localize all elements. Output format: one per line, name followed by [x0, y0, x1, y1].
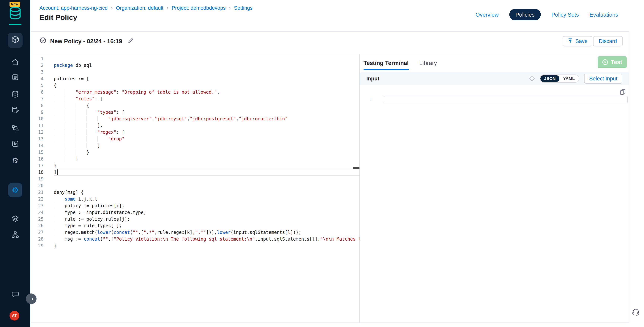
cube-icon [11, 35, 20, 45]
select-input-button[interactable]: Select Input [584, 74, 622, 84]
code-line[interactable]: 28 msg := concat("",["Policy violation:\… [31, 236, 359, 243]
breadcrumb-settings[interactable]: Settings [234, 5, 253, 11]
code-line[interactable]: 15 } [31, 149, 359, 156]
code-line[interactable]: 9 "types": [ [31, 109, 359, 116]
text-cursor [57, 169, 58, 175]
sidebar-item-settings-active[interactable]: ⚙ [8, 183, 22, 197]
sidebar-item-environments[interactable] [0, 212, 30, 226]
sidebar-item-organization[interactable] [0, 228, 30, 242]
tag-diamond-icon[interactable] [530, 76, 534, 81]
code-line[interactable]: 24 type := input.dbInstance.type; [31, 209, 359, 216]
sidebar-item-executions[interactable] [0, 71, 30, 85]
code-line-text: } [54, 149, 360, 156]
code-line-text: ] [54, 156, 360, 162]
chat-bubble-icon [12, 291, 19, 300]
line-number: 7 [31, 95, 54, 102]
chevron-separator-icon: › [229, 5, 231, 11]
code-line-text: regex.match(lower(concat("",[".*",rule.r… [54, 229, 360, 236]
code-line-text: msg := concat("",["Policy violation:\n T… [54, 236, 360, 243]
input-toolbar: Input JSON YAML Select Input [360, 72, 629, 85]
line-number: 8 [31, 102, 54, 109]
tab-testing-terminal[interactable]: Testing Terminal [364, 54, 409, 72]
code-line[interactable]: 14 ] [31, 142, 359, 149]
code-line[interactable]: 19 [31, 176, 359, 182]
line-number: 2 [31, 62, 54, 69]
line-number: 15 [31, 149, 54, 156]
code-line[interactable]: 18] [31, 169, 359, 176]
format-toggle: JSON YAML [540, 74, 579, 83]
breadcrumb-project[interactable]: Project: demodbdevops [172, 5, 226, 11]
code-line[interactable]: 1 [31, 55, 359, 62]
code-line-text: { [54, 102, 360, 109]
code-line[interactable]: 25 rule := policy.rules[j]; [31, 216, 359, 223]
test-input-field[interactable] [383, 96, 628, 103]
copy-icon[interactable] [620, 89, 626, 95]
code-line[interactable]: 4policies := [ [31, 75, 359, 82]
tab-policy-sets[interactable]: Policy Sets [552, 11, 579, 18]
code-line[interactable]: 27 regex.match(lower(concat("",[".*",rul… [31, 229, 359, 236]
format-json-button[interactable]: JSON [540, 75, 560, 82]
database-edit-icon [12, 106, 19, 115]
code-line[interactable]: 26 type = rule.types[_]; [31, 222, 359, 229]
format-yaml-button[interactable]: YAML [560, 75, 578, 82]
line-number: 9 [31, 109, 54, 116]
sidebar-item-pipelines[interactable] [0, 122, 30, 136]
code-line-text: ] [54, 142, 360, 149]
code-line[interactable]: 16 ] [31, 156, 359, 162]
line-number: 14 [31, 142, 54, 149]
code-line-text: policy := policies[i]; [54, 202, 360, 209]
sidebar-expand-handle[interactable]: ▸ [26, 294, 36, 304]
sidebar-item-runs[interactable] [0, 137, 30, 151]
code-line[interactable]: 13 "drop" [31, 136, 359, 142]
line-number: 27 [31, 229, 54, 236]
tab-library[interactable]: Library [419, 54, 437, 72]
code-line[interactable]: 3 [31, 69, 359, 75]
editor-panel-divider [360, 54, 360, 323]
breadcrumb-account[interactable]: Account: app-harness-ng-cicd [40, 5, 108, 11]
discard-button-label: Discard [599, 38, 617, 44]
code-line[interactable]: 2package db_sql [31, 62, 359, 69]
line-number: 17 [31, 162, 54, 169]
harness-db-devops-logo[interactable] [8, 6, 22, 22]
new-badge: NEW [10, 2, 20, 7]
code-line[interactable]: 11 ], [31, 122, 359, 129]
code-line[interactable]: 23 policy := policies[i]; [31, 202, 359, 209]
code-line[interactable]: 10 "jdbc:sqlserver","jdbc:mysql","jdbc:p… [31, 115, 359, 122]
breadcrumb-organization[interactable]: Organization: default [116, 5, 163, 11]
sidebar-item-chat[interactable] [0, 288, 30, 302]
code-line[interactable]: 7 "rules": [ [31, 95, 359, 102]
tab-evaluations[interactable]: Evaluations [590, 11, 618, 18]
sidebar-item-databases[interactable] [0, 88, 30, 102]
chevron-separator-icon: › [166, 5, 168, 11]
line-number: 23 [31, 202, 54, 209]
edit-name-pencil-icon[interactable] [128, 37, 134, 45]
save-button[interactable]: Save [563, 36, 592, 46]
code-line[interactable]: 29} [31, 243, 359, 249]
gear-active-icon: ⚙ [12, 186, 19, 194]
code-line[interactable]: 17} [31, 162, 359, 169]
code-line[interactable]: 21deny[msg] { [31, 189, 359, 196]
code-line[interactable]: 12 "regex": [ [31, 129, 359, 136]
sidebar-item-home[interactable] [0, 56, 30, 70]
code-line[interactable]: 8 { [31, 102, 359, 109]
sidebar-item-configure[interactable]: ⚙ [0, 153, 30, 167]
code-line[interactable]: 6 "error_message": "Dropping of table is… [31, 89, 359, 95]
policy-code-editor[interactable]: 12package db_sql34policies := [5{6 "erro… [31, 54, 359, 323]
sidebar-item-db-changes[interactable] [0, 103, 30, 117]
tab-overview[interactable]: Overview [476, 11, 499, 18]
discard-button[interactable]: Discard [593, 36, 622, 46]
module-selector-button[interactable] [8, 33, 22, 47]
code-line[interactable]: 5{ [31, 82, 359, 89]
card-right-border [629, 31, 629, 323]
support-headset-icon[interactable] [631, 308, 640, 317]
line-number: 1 [31, 55, 54, 62]
line-number: 4 [31, 75, 54, 82]
test-button[interactable]: Test [598, 56, 627, 68]
overview-ruler-cursor-mark [353, 167, 360, 169]
code-line-text: policies := [ [54, 75, 360, 82]
tab-policies[interactable]: Policies [509, 9, 541, 20]
code-line-text: deny[msg] { [54, 189, 360, 196]
user-avatar[interactable]: AT [10, 311, 20, 321]
code-line[interactable]: 22 some i,j,k,l [31, 196, 359, 202]
code-line[interactable]: 20 [31, 182, 359, 189]
